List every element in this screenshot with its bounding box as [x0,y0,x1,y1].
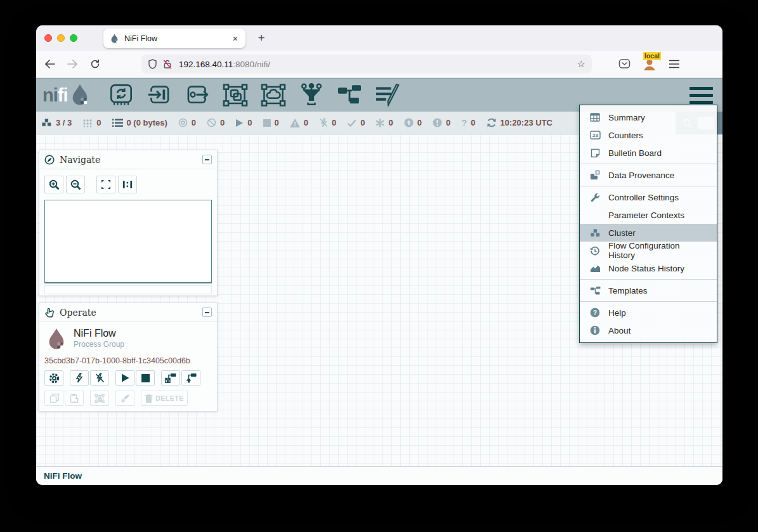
url-text[interactable]: 192.168.40.11:8080/nifi/ [179,60,572,69]
nifi-logo-drop-icon [69,83,91,107]
zoom-fit-button[interactable] [96,176,115,193]
logo-text-ni: ni [42,85,58,106]
configure-button[interactable] [44,370,63,386]
disable-button[interactable] [90,370,109,386]
nifi-logo: nifi [42,83,91,107]
funnel-component[interactable] [297,82,325,108]
operate-collapse-button[interactable] [202,308,212,317]
group-button[interactable] [90,391,109,406]
menu-item-help[interactable]: ? Help [580,304,717,321]
enable-button[interactable] [70,370,89,386]
menu-item-about[interactable]: About [580,321,717,339]
browser-tab-bar: NiFi Flow × + [36,25,722,51]
tab-close-button[interactable]: × [232,34,239,44]
menu-item-node-status-history[interactable]: Node Status History [580,259,717,277]
disabled-status: 0 [319,118,336,127]
upload-template-button[interactable] [181,370,200,386]
window-close-button[interactable] [44,34,52,42]
cluster-status: 3 / 3 [41,118,72,127]
bookmark-star-icon[interactable]: ☆ [577,58,585,70]
global-menu: Summary 23 Counters Bulletin Board Data … [579,105,717,343]
wrench-icon [589,193,601,202]
locally-modified-status: 0 [376,118,393,127]
copy-button[interactable] [44,391,63,406]
shield-icon[interactable] [148,59,157,69]
profile-button[interactable]: local [642,56,657,72]
about-icon [589,325,601,335]
zoom-actual-size-button[interactable] [118,176,137,193]
browser-toolbar: 192.168.40.11:8080/nifi/ ☆ local [36,51,722,78]
up-to-date-status: 0 [347,118,365,127]
cluster-icon [41,118,52,127]
operate-palette: Operate NiFi Flow Process Group 35cbd3b7… [39,302,218,412]
zoom-in-button[interactable] [44,176,63,193]
operate-actions-row-2: DELETE [44,391,212,406]
create-template-button[interactable] [161,370,180,386]
breadcrumb-root[interactable]: NiFi Flow [44,471,82,481]
stopped-icon [263,119,271,127]
window-minimize-button[interactable] [57,34,65,42]
paste-button[interactable] [65,391,84,406]
menu-item-templates[interactable]: Templates [580,282,717,299]
nifi-favicon-drop-icon [110,34,119,43]
menu-item-bulletin-board[interactable]: Bulletin Board [580,144,717,162]
forward-button[interactable] [63,55,82,74]
menu-item-parameter-contexts[interactable]: Parameter Contexts [580,206,717,224]
zoom-out-button[interactable] [66,176,85,193]
processor-component[interactable] [107,82,135,108]
menu-item-cluster[interactable]: Cluster [580,224,717,242]
active-threads-status: 0 [82,118,101,127]
operate-header: Operate [39,303,217,322]
back-button[interactable] [40,55,59,74]
svg-text:?: ? [593,309,597,316]
stop-button[interactable] [136,370,155,386]
delete-button[interactable]: DELETE [141,391,188,406]
navigate-title: Navigate [60,155,202,165]
browser-tab[interactable]: NiFi Flow × [103,29,245,48]
firefox-menu-icon[interactable] [669,60,680,68]
provenance-icon [589,170,601,180]
refresh-icon[interactable] [487,118,497,127]
process-group-component[interactable] [221,82,249,108]
selection-name: NiFi Flow [74,328,124,339]
threads-icon [82,119,93,127]
menu-item-flow-configuration-history[interactable]: Flow Configuration History [580,242,717,259]
template-component[interactable] [336,82,363,108]
global-menu-button[interactable] [689,87,713,104]
browser-window: NiFi Flow × + 192.168.40.11:80 [36,25,722,485]
navigate-palette: Navigate [39,150,218,296]
menu-item-summary[interactable]: Summary [580,108,717,126]
label-component[interactable] [374,82,402,108]
remote-process-group-component[interactable] [259,82,287,108]
invalid-icon [290,119,300,127]
menu-divider [580,301,717,302]
reload-button[interactable] [86,55,105,74]
running-status: 0 [235,118,252,127]
window-zoom-button[interactable] [70,34,77,42]
locally-modified-stale-icon [433,118,442,127]
menu-item-counters[interactable]: 23 Counters [580,126,717,144]
process-group-drop-icon [46,327,67,351]
birdseye-view[interactable] [44,200,212,283]
input-port-component[interactable] [145,82,173,108]
tab-title: NiFi Flow [124,34,232,43]
start-button[interactable] [115,370,134,386]
navigate-collapse-button[interactable] [202,155,212,164]
sync-failure-icon: ? [461,117,467,128]
navigate-header: Navigate [39,150,217,169]
menu-item-data-provenance[interactable]: Data Provenance [580,166,717,184]
url-bar[interactable]: 192.168.40.11:8080/nifi/ ☆ [141,55,592,74]
pocket-icon[interactable] [618,58,631,70]
menu-divider [580,279,717,280]
compass-icon [44,155,55,165]
breadcrumb-bar: NiFi Flow [36,466,722,485]
invalid-status: 0 [290,118,308,127]
operate-selection: NiFi Flow Process Group [44,326,212,351]
output-port-component[interactable] [183,82,211,108]
fill-color-button[interactable] [115,391,134,406]
insecure-lock-icon[interactable] [162,59,173,69]
operate-actions-row-1 [44,370,212,386]
menu-item-controller-settings[interactable]: Controller Settings [580,188,717,206]
svg-text:23: 23 [592,133,598,138]
new-tab-button[interactable]: + [252,29,270,47]
